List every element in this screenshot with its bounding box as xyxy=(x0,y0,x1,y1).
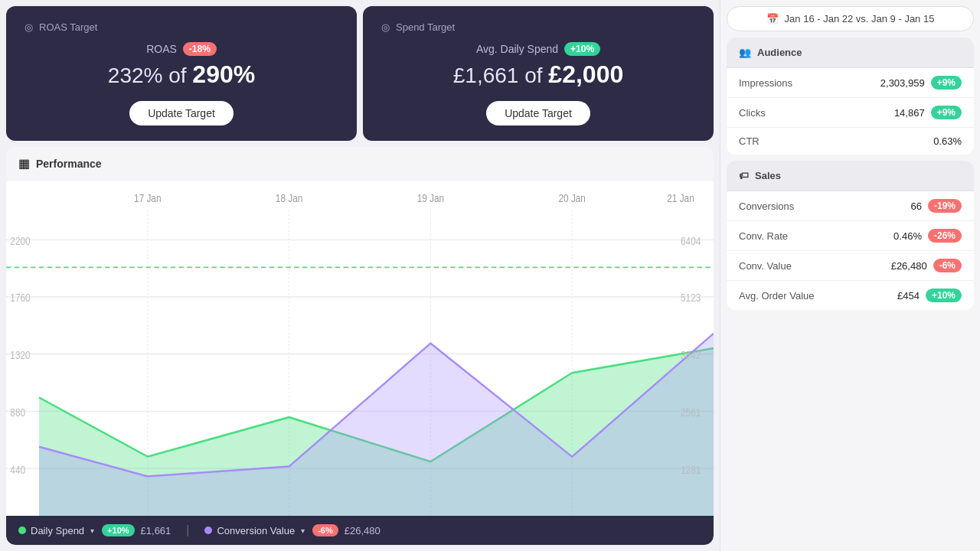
avg-order-label: Avg. Order Value xyxy=(739,290,815,302)
spend-metric-row: Avg. Daily Spend +10% xyxy=(476,42,600,56)
conversions-badge: -19% xyxy=(928,199,962,213)
audience-section: 👥 Audience Impressions 2,303,959 +9% Cli… xyxy=(727,37,974,155)
roas-card-title: ROAS Target xyxy=(39,21,97,33)
spend-card-header: ◎ Spend Target xyxy=(381,21,695,33)
chevron-down-icon-2: ▾ xyxy=(301,527,305,535)
svg-text:3842: 3842 xyxy=(681,349,701,361)
spend-target-icon: ◎ xyxy=(381,21,390,33)
svg-text:440: 440 xyxy=(10,464,25,476)
spend-update-button[interactable]: Update Target xyxy=(486,101,590,126)
targets-row: ◎ ROAS Target ROAS -18% 232% of 290% Upd… xyxy=(6,6,714,141)
conv-value-row: Conv. Value £26,480 -6% xyxy=(727,251,974,281)
ctr-value: 0.63% xyxy=(933,135,962,147)
chevron-down-icon: ▾ xyxy=(90,527,94,535)
audience-icon: 👥 xyxy=(739,47,751,58)
ctr-row: CTR 0.63% xyxy=(727,128,974,155)
conversion-value-text: £26,480 xyxy=(345,525,381,536)
conv-rate-badge: -26% xyxy=(928,229,962,243)
spend-badge: +10% xyxy=(564,42,600,56)
svg-text:2200: 2200 xyxy=(10,235,30,247)
clicks-row: Clicks 14,867 +9% xyxy=(727,98,974,128)
conv-rate-value: 0.46% xyxy=(893,230,922,242)
impressions-right: 2,303,959 +9% xyxy=(880,76,962,90)
avg-order-badge: +10% xyxy=(926,289,962,302)
spend-card-title: Spend Target xyxy=(396,21,455,33)
sidebar: 📅 Jan 16 - Jan 22 vs. Jan 9 - Jan 15 👥 A… xyxy=(720,0,980,551)
svg-text:20 Jan: 20 Jan xyxy=(558,192,585,204)
svg-text:21 Jan: 21 Jan xyxy=(667,192,694,204)
date-range-button[interactable]: 📅 Jan 16 - Jan 22 vs. Jan 9 - Jan 15 xyxy=(727,6,974,31)
conversion-badge: -6% xyxy=(312,524,338,536)
daily-spend-label: Daily Spend xyxy=(31,525,84,536)
sales-title: Sales xyxy=(755,170,781,181)
daily-spend-badge: +10% xyxy=(102,524,134,536)
svg-text:2561: 2561 xyxy=(681,406,701,419)
svg-text:6404: 6404 xyxy=(681,235,701,247)
performance-header: ▦ Performance xyxy=(6,147,714,181)
chart-icon: ▦ xyxy=(18,156,30,171)
impressions-badge: +9% xyxy=(931,76,962,90)
spend-value-bold: £2,000 xyxy=(548,60,623,88)
ctr-right: 0.63% xyxy=(933,135,962,147)
chart-footer: Daily Spend ▾ +10% £1,661 | Conversion V… xyxy=(6,516,714,545)
svg-text:1760: 1760 xyxy=(10,292,30,304)
svg-text:17 Jan: 17 Jan xyxy=(134,192,161,204)
conversions-label: Conversions xyxy=(739,201,794,212)
conv-value-label: Conv. Value xyxy=(739,260,792,272)
conversion-value-dot xyxy=(204,527,212,534)
daily-spend-legend[interactable]: Daily Spend ▾ +10% £1,661 xyxy=(18,524,171,536)
date-range-label: Jan 16 - Jan 22 vs. Jan 9 - Jan 15 xyxy=(785,13,935,24)
roas-badge: -18% xyxy=(183,42,217,56)
daily-spend-value: £1,661 xyxy=(141,525,172,536)
avg-order-value: £454 xyxy=(897,290,920,302)
conv-value-value: £26,480 xyxy=(891,260,927,272)
roas-metric-label: ROAS xyxy=(146,43,177,55)
sales-header: 🏷 Sales xyxy=(727,161,974,191)
performance-title: Performance xyxy=(36,158,102,170)
roas-target-icon: ◎ xyxy=(24,21,33,33)
roas-value: 232% of 290% xyxy=(108,60,255,89)
spend-metric-label: Avg. Daily Spend xyxy=(476,43,558,55)
impressions-label: Impressions xyxy=(739,77,792,89)
avg-order-row: Avg. Order Value £454 +10% xyxy=(727,281,974,310)
conv-value-right: £26,480 -6% xyxy=(891,259,962,272)
audience-title: Audience xyxy=(757,47,802,58)
performance-card: ▦ Performance xyxy=(6,147,714,545)
conversions-right: 66 -19% xyxy=(911,199,962,213)
chart-container: 17 Jan 18 Jan 19 Jan 20 Jan 21 Jan 2200 … xyxy=(6,181,714,516)
svg-text:1281: 1281 xyxy=(681,464,701,476)
impressions-row: Impressions 2,303,959 +9% xyxy=(727,68,974,98)
impressions-value: 2,303,959 xyxy=(880,77,925,89)
svg-text:1320: 1320 xyxy=(10,349,30,361)
clicks-badge: +9% xyxy=(931,106,962,119)
sales-icon: 🏷 xyxy=(739,170,749,181)
performance-chart: 17 Jan 18 Jan 19 Jan 20 Jan 21 Jan 2200 … xyxy=(6,181,714,516)
calendar-icon: 📅 xyxy=(766,13,779,24)
svg-text:19 Jan: 19 Jan xyxy=(417,192,444,204)
roas-target-card: ◎ ROAS Target ROAS -18% 232% of 290% Upd… xyxy=(6,6,357,141)
clicks-right: 14,867 +9% xyxy=(894,106,962,119)
ctr-label: CTR xyxy=(739,135,760,147)
conversions-value: 66 xyxy=(911,201,922,212)
conv-rate-label: Conv. Rate xyxy=(739,230,788,242)
roas-card-header: ◎ ROAS Target xyxy=(24,21,338,33)
spend-target-card: ◎ Spend Target Avg. Daily Spend +10% £1,… xyxy=(363,6,714,141)
roas-value-bold: 290% xyxy=(192,60,255,88)
spend-value-text: £1,661 of xyxy=(453,64,549,87)
conv-value-badge: -6% xyxy=(933,259,962,272)
conv-rate-row: Conv. Rate 0.46% -26% xyxy=(727,221,974,251)
roas-value-text: 232% of xyxy=(108,64,193,87)
spend-value: £1,661 of £2,000 xyxy=(453,60,623,89)
audience-header: 👥 Audience xyxy=(727,37,974,68)
conv-rate-right: 0.46% -26% xyxy=(893,229,962,243)
clicks-label: Clicks xyxy=(739,107,766,119)
legend-separator: | xyxy=(186,523,189,537)
avg-order-right: £454 +10% xyxy=(897,289,962,302)
conversions-row: Conversions 66 -19% xyxy=(727,191,974,221)
roas-update-button[interactable]: Update Target xyxy=(129,101,234,126)
svg-text:18 Jan: 18 Jan xyxy=(276,192,302,204)
svg-text:880: 880 xyxy=(10,406,25,419)
clicks-value: 14,867 xyxy=(894,107,925,119)
conversion-value-legend[interactable]: Conversion Value ▾ -6% £26,480 xyxy=(204,524,380,536)
svg-text:5123: 5123 xyxy=(681,292,701,304)
